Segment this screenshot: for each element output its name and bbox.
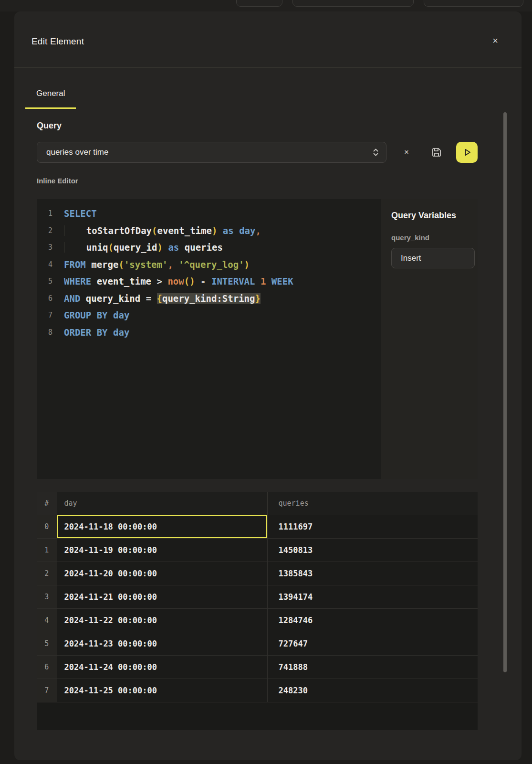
queries-cell[interactable]: 248230 bbox=[267, 679, 478, 702]
dialog-header: Edit Element × bbox=[14, 11, 522, 68]
code-line: 4FROM merge('system', '^query_log') bbox=[37, 256, 381, 274]
row-index-cell: 3 bbox=[37, 585, 57, 608]
code-line: 3 uniq(query_id) as queries bbox=[37, 239, 381, 256]
code-line: 2 toStartOfDay(event_time) as day, bbox=[37, 223, 381, 240]
close-small-icon: × bbox=[404, 148, 409, 157]
table-row: 52024-11-23 00:00:00727647 bbox=[37, 632, 478, 655]
toolbar-button-partial[interactable] bbox=[292, 0, 414, 7]
day-cell[interactable]: 2024-11-24 00:00:00 bbox=[57, 655, 267, 679]
tab-general[interactable]: General bbox=[25, 79, 76, 109]
day-cell[interactable]: 2024-11-19 00:00:00 bbox=[57, 538, 267, 562]
row-index-cell: 2 bbox=[37, 562, 57, 585]
line-number: 6 bbox=[37, 290, 52, 308]
scrollbar-thumb[interactable] bbox=[503, 112, 507, 672]
day-cell[interactable]: 2024-11-20 00:00:00 bbox=[57, 562, 267, 585]
row-index-cell: 4 bbox=[37, 608, 57, 632]
column-header-index: # bbox=[37, 492, 57, 515]
table-row: 62024-11-24 00:00:00741888 bbox=[37, 655, 478, 679]
day-cell[interactable]: 2024-11-25 00:00:00 bbox=[57, 679, 267, 702]
query-variables-panel: Query Variables query_kindInsert bbox=[381, 199, 478, 479]
day-cell[interactable]: 2024-11-22 00:00:00 bbox=[57, 608, 267, 632]
variable-name: query_kind bbox=[391, 233, 475, 242]
table-row: 22024-11-20 00:00:001385843 bbox=[37, 562, 478, 585]
day-cell[interactable]: 2024-11-23 00:00:00 bbox=[57, 632, 267, 655]
background-toolbar bbox=[0, 0, 532, 11]
code-line: 5WHERE event_time > now() - INTERVAL 1 W… bbox=[37, 273, 381, 290]
row-index-cell: 6 bbox=[37, 655, 57, 679]
table-row: 02024-11-18 00:00:001111697 bbox=[37, 515, 478, 538]
insert-variable-button[interactable]: Insert bbox=[391, 248, 475, 268]
row-index-cell: 7 bbox=[37, 679, 57, 702]
table-row: 72024-11-25 00:00:00248230 bbox=[37, 679, 478, 702]
table-header-row: # day queries bbox=[37, 492, 478, 515]
play-icon bbox=[462, 148, 472, 157]
inline-editor: 1SELECT2 toStartOfDay(event_time) as day… bbox=[37, 199, 478, 479]
queries-cell[interactable]: 741888 bbox=[267, 655, 478, 679]
run-query-button[interactable] bbox=[456, 142, 478, 163]
day-cell[interactable]: 2024-11-21 00:00:00 bbox=[57, 585, 267, 608]
table-row: 12024-11-19 00:00:001450813 bbox=[37, 538, 478, 562]
edit-element-dialog: Edit Element × General Query queries ove… bbox=[14, 11, 522, 760]
chevron-up-down-icon bbox=[373, 148, 379, 157]
code-line: 8ORDER BY day bbox=[37, 324, 381, 341]
line-number: 2 bbox=[37, 223, 52, 240]
save-query-button[interactable] bbox=[429, 145, 444, 160]
row-index-cell: 5 bbox=[37, 632, 57, 655]
queries-cell[interactable]: 1385843 bbox=[267, 562, 478, 585]
sql-code-editor[interactable]: 1SELECT2 toStartOfDay(event_time) as day… bbox=[37, 199, 381, 479]
query-select-value: queries over time bbox=[46, 148, 108, 157]
line-number: 8 bbox=[37, 324, 52, 341]
line-number: 3 bbox=[37, 239, 52, 256]
code-line: 7GROUP BY day bbox=[37, 307, 381, 324]
inline-editor-label: Inline Editor bbox=[37, 177, 78, 185]
line-number: 5 bbox=[37, 273, 52, 290]
line-number: 1 bbox=[37, 205, 52, 223]
day-cell[interactable]: 2024-11-18 00:00:00 bbox=[57, 515, 267, 538]
toolbar-button-partial[interactable] bbox=[424, 0, 523, 7]
close-icon[interactable]: × bbox=[489, 34, 501, 47]
line-number: 4 bbox=[37, 256, 52, 274]
tab-general-label: General bbox=[36, 89, 65, 98]
screen: Edit Element × General Query queries ove… bbox=[0, 0, 532, 764]
query-section-label: Query bbox=[37, 121, 62, 131]
queries-cell[interactable]: 1111697 bbox=[267, 515, 478, 538]
query-variables-title: Query Variables bbox=[391, 211, 475, 221]
row-index-cell: 1 bbox=[37, 538, 57, 562]
queries-cell[interactable]: 1450813 bbox=[267, 538, 478, 562]
row-index-cell: 0 bbox=[37, 515, 57, 538]
line-number: 7 bbox=[37, 307, 52, 324]
table-footer-area bbox=[37, 702, 478, 730]
dialog-title: Edit Element bbox=[31, 36, 84, 47]
queries-cell[interactable]: 1394174 bbox=[267, 585, 478, 608]
results-table: # day queries 02024-11-18 00:00:00111169… bbox=[37, 492, 478, 730]
column-header-day: day bbox=[57, 492, 267, 515]
clear-query-button[interactable]: × bbox=[400, 146, 413, 159]
toolbar-button-partial[interactable] bbox=[236, 0, 282, 7]
table-row: 42024-11-22 00:00:001284746 bbox=[37, 608, 478, 632]
table-row: 32024-11-21 00:00:001394174 bbox=[37, 585, 478, 608]
queries-cell[interactable]: 1284746 bbox=[267, 608, 478, 632]
code-line: 1SELECT bbox=[37, 205, 381, 223]
queries-cell[interactable]: 727647 bbox=[267, 632, 478, 655]
code-line: 6AND query_kind = {query_kind:String} bbox=[37, 290, 381, 308]
column-header-queries: queries bbox=[267, 492, 478, 515]
floppy-disk-icon bbox=[431, 147, 442, 158]
query-select[interactable]: queries over time bbox=[37, 142, 386, 163]
